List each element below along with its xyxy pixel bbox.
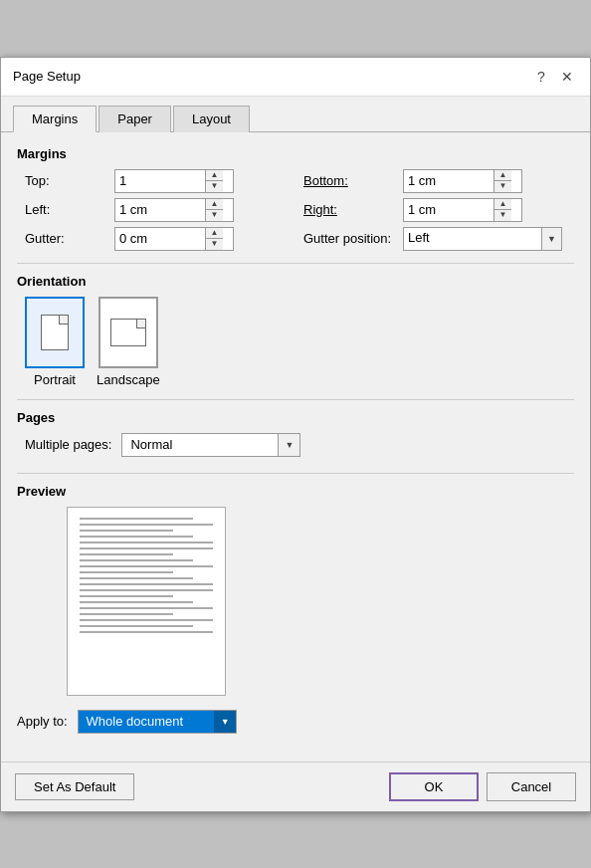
close-button[interactable]: ✕ <box>556 66 578 88</box>
top-spinner-buttons: ▲ ▼ <box>205 170 223 192</box>
preview-line-20 <box>80 631 213 633</box>
page-setup-dialog: Page Setup ? ✕ Margins Paper Layout Marg… <box>0 57 591 812</box>
margins-grid: Top: ▲ ▼ Bottom: ▲ ▼ <box>17 169 574 251</box>
preview-line-7 <box>80 553 173 555</box>
preview-section: Preview <box>17 484 574 696</box>
gutter-spinner[interactable]: ▲ ▼ <box>114 227 234 251</box>
preview-line-17 <box>80 613 173 615</box>
dialog-title: Page Setup <box>13 69 81 84</box>
apply-arrow[interactable]: ▼ <box>214 711 236 733</box>
apply-label: Apply to: <box>17 714 68 729</box>
preview-box <box>67 507 226 696</box>
preview-line-15 <box>80 601 193 603</box>
tab-paper[interactable]: Paper <box>98 106 171 132</box>
right-label: Right: <box>303 202 403 217</box>
btn-group-right: OK Cancel <box>389 772 576 801</box>
apply-row: Apply to: Whole document ▼ <box>17 710 574 734</box>
bottom-up-button[interactable]: ▲ <box>494 170 511 182</box>
left-input[interactable] <box>115 199 205 221</box>
preview-line-18 <box>80 619 213 621</box>
portrait-label: Portrait <box>34 372 76 387</box>
gutter-pos-select[interactable]: Left ▼ <box>403 227 562 251</box>
apply-select[interactable]: Whole document ▼ <box>78 710 237 734</box>
top-label: Top: <box>25 173 114 188</box>
tab-paper-label: Paper <box>117 111 152 126</box>
pages-section: Pages Multiple pages: Normal ▼ <box>17 410 574 457</box>
button-row: Set As Default OK Cancel <box>1 761 590 811</box>
tabs-row: Margins Paper Layout <box>1 97 590 132</box>
left-label: Left: <box>25 202 114 217</box>
tab-margins[interactable]: Margins <box>13 106 97 132</box>
top-down-button[interactable]: ▼ <box>206 181 223 192</box>
orientation-options: Portrait Landscape <box>17 297 574 387</box>
pages-title: Pages <box>17 410 574 425</box>
gutter-pos-value: Left <box>404 228 541 250</box>
gutter-up-button[interactable]: ▲ <box>206 228 223 240</box>
preview-line-4 <box>80 536 193 538</box>
tab-layout-label: Layout <box>192 111 231 126</box>
multiple-pages-label: Multiple pages: <box>25 437 111 452</box>
right-down-button[interactable]: ▼ <box>494 210 511 221</box>
left-up-button[interactable]: ▲ <box>206 199 223 211</box>
landscape-icon-box[interactable] <box>98 297 158 368</box>
preview-line-5 <box>80 542 213 543</box>
preview-line-19 <box>80 625 193 627</box>
pages-row: Multiple pages: Normal ▼ <box>17 433 574 457</box>
right-up-button[interactable]: ▲ <box>494 199 511 211</box>
multiple-pages-arrow[interactable]: ▼ <box>278 434 299 456</box>
preview-line-1 <box>80 518 193 520</box>
ok-button[interactable]: OK <box>389 772 479 801</box>
portrait-icon-box[interactable] <box>25 297 85 368</box>
bottom-label: Bottom: <box>303 173 403 188</box>
preview-line-16 <box>80 607 213 609</box>
content-area: Margins Top: ▲ ▼ Bottom: ▲ ▼ <box>1 132 590 761</box>
preview-line-9 <box>80 565 213 567</box>
multiple-pages-value: Normal <box>122 435 278 454</box>
portrait-option[interactable]: Portrait <box>25 297 85 387</box>
apply-value: Whole document <box>79 712 214 731</box>
preview-line-8 <box>80 559 193 561</box>
gutter-pos-label: Gutter position: <box>303 231 403 246</box>
right-spinner-buttons: ▲ ▼ <box>493 199 511 221</box>
margins-section-title: Margins <box>17 146 574 161</box>
preview-line-2 <box>80 524 213 526</box>
right-input[interactable] <box>404 199 493 221</box>
preview-line-11 <box>80 577 193 579</box>
orientation-title: Orientation <box>17 274 574 289</box>
help-button[interactable]: ? <box>530 66 552 88</box>
top-spinner[interactable]: ▲ ▼ <box>114 169 234 193</box>
preview-line-3 <box>80 530 173 532</box>
left-spinner[interactable]: ▲ ▼ <box>114 198 234 222</box>
right-spinner[interactable]: ▲ ▼ <box>403 198 522 222</box>
title-bar: Page Setup ? ✕ <box>1 58 590 97</box>
gutter-down-button[interactable]: ▼ <box>206 239 223 250</box>
set-as-default-button[interactable]: Set As Default <box>15 773 134 800</box>
preview-line-13 <box>80 589 213 591</box>
portrait-page-icon <box>41 315 69 350</box>
preview-line-14 <box>80 595 173 597</box>
gutter-input[interactable] <box>115 228 205 250</box>
margins-section: Margins Top: ▲ ▼ Bottom: ▲ ▼ <box>17 146 574 251</box>
gutter-pos-arrow[interactable]: ▼ <box>541 228 561 250</box>
preview-line-12 <box>80 583 213 585</box>
landscape-page-icon <box>110 319 146 346</box>
bottom-down-button[interactable]: ▼ <box>494 181 511 192</box>
left-down-button[interactable]: ▼ <box>206 210 223 221</box>
preview-line-10 <box>80 571 173 573</box>
orientation-section: Orientation Portrait Landscape <box>17 274 574 387</box>
top-input[interactable] <box>115 170 205 192</box>
gutter-label: Gutter: <box>25 231 114 246</box>
left-spinner-buttons: ▲ ▼ <box>205 199 223 221</box>
tab-layout[interactable]: Layout <box>173 106 250 132</box>
top-up-button[interactable]: ▲ <box>206 170 223 182</box>
preview-line-6 <box>80 547 213 549</box>
bottom-input[interactable] <box>404 170 493 192</box>
landscape-label: Landscape <box>97 372 160 387</box>
multiple-pages-select[interactable]: Normal ▼ <box>121 433 300 457</box>
preview-title: Preview <box>17 484 574 499</box>
cancel-button[interactable]: Cancel <box>487 772 576 801</box>
landscape-option[interactable]: Landscape <box>97 297 160 387</box>
bottom-spinner[interactable]: ▲ ▼ <box>403 169 522 193</box>
bottom-spinner-buttons: ▲ ▼ <box>493 170 511 192</box>
tab-margins-label: Margins <box>32 111 78 126</box>
